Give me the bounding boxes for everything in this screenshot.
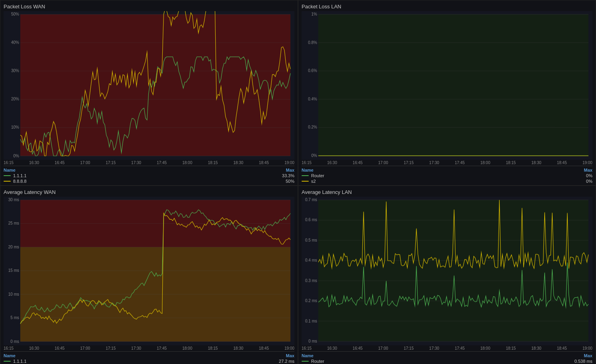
x-axis-0: 16:1516:3016:4517:0017:1517:3017:4518:00… [4, 160, 294, 166]
legend-line-2-0 [4, 361, 11, 362]
legend-line-0-0 [4, 175, 11, 176]
legend-value-0-1: 50% [286, 179, 294, 184]
x-axis-2: 16:1516:3016:4517:0017:1517:3017:4518:00… [4, 345, 294, 351]
legend-3: Name Max Router 0.538 ms s2 0.696 ms [302, 351, 592, 364]
chart-avg-latency-wan [4, 197, 294, 345]
legend-line-1-1 [302, 181, 309, 182]
legend-1: Name Max Router 0% s2 0% [302, 166, 592, 185]
legend-value-0-0: 33.3% [282, 173, 294, 178]
legend-value-1-0: 0% [586, 173, 592, 178]
legend-value-3-0: 0.538 ms [575, 359, 592, 364]
legend-value-2-0: 27.2 ms [279, 359, 294, 364]
legend-name-2-0: 1.1.1.1 [13, 359, 27, 364]
panel-avg-latency-wan: Average Latency WAN 16:1516:3016:4517:00… [0, 186, 298, 364]
legend-name-3-0: Router [311, 359, 324, 364]
legend-2: Name Max 1.1.1.1 27.2 ms 8.8.8.8 26.5 ms [4, 351, 294, 364]
legend-name-0-1: 8.8.8.8 [13, 179, 27, 184]
panel-title-packet-loss-lan: Packet Loss LAN [302, 4, 592, 10]
panel-title-packet-loss-wan: Packet Loss WAN [4, 4, 294, 10]
legend-line-0-1 [4, 181, 11, 182]
chart-packet-loss-lan [302, 11, 592, 160]
legend-name-1-1: s2 [311, 179, 316, 184]
panel-title-avg-latency-wan: Average Latency WAN [4, 189, 294, 195]
legend-name-1-0: Router [311, 173, 324, 178]
legend-line-3-0 [302, 361, 309, 362]
legend-name-0-0: 1.1.1.1 [13, 173, 27, 178]
panel-packet-loss-wan: Packet Loss WAN 16:1516:3016:4517:0017:1… [0, 0, 298, 186]
panel-title-avg-latency-lan: Average Latency LAN [302, 189, 592, 195]
panel-packet-loss-lan: Packet Loss LAN 16:1516:3016:4517:0017:1… [298, 0, 596, 186]
legend-0: Name Max 1.1.1.1 33.3% 8.8.8.8 50% [4, 166, 294, 185]
panel-avg-latency-lan: Average Latency LAN 16:1516:3016:4517:00… [298, 186, 596, 364]
chart-packet-loss-wan [4, 11, 294, 160]
legend-line-1-0 [302, 175, 309, 176]
legend-value-1-1: 0% [586, 179, 592, 184]
x-axis-3: 16:1516:3016:4517:0017:1517:3017:4518:00… [302, 345, 592, 351]
x-axis-1: 16:1516:3016:4517:0017:1517:3017:4518:00… [302, 160, 592, 166]
chart-avg-latency-lan [302, 197, 592, 345]
